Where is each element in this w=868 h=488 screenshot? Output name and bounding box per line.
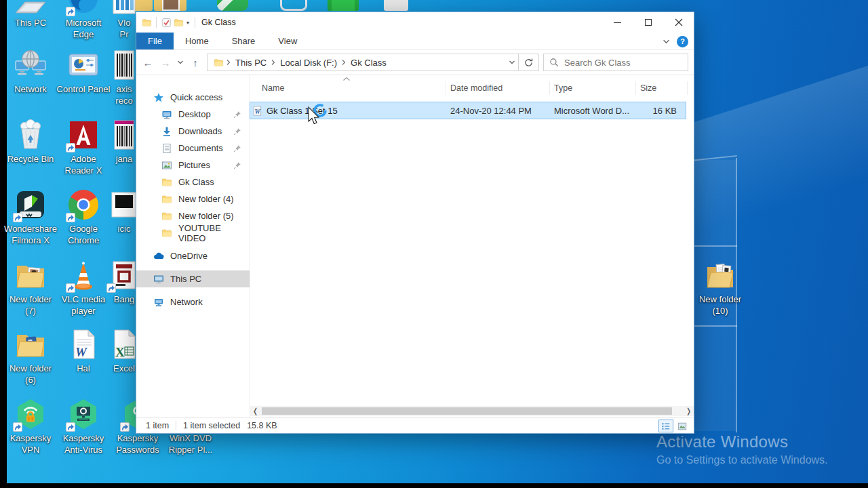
desktop-icon-label: AdobeReader X	[65, 153, 102, 176]
desktop-icon-label: icic	[118, 223, 131, 235]
ribbon-collapse-icon[interactable]	[663, 39, 670, 45]
breadcrumb-separator-icon	[341, 59, 347, 66]
close-button[interactable]	[663, 13, 694, 33]
navigation-pane: Quick accessDesktopDownloadsDocumentsPic…	[136, 75, 250, 418]
desktop-icon-label: KasperskyAnti-Virus	[63, 432, 104, 455]
breadcrumb-segment[interactable]: Local Disk (F:)	[277, 58, 340, 68]
divider	[156, 17, 157, 28]
forward-button[interactable]: →	[157, 54, 174, 71]
desktop-icon-recycle-bin[interactable]: Recycle Bin	[5, 119, 56, 165]
sidebar-item-new-folder-4-[interactable]: New folder (4)	[136, 190, 250, 207]
explorer-folder-icon	[140, 17, 153, 28]
minimize-button[interactable]	[602, 13, 633, 33]
desktop-icon-label: axisreco	[115, 83, 132, 106]
sidebar-item-onedrive[interactable]: OneDrive	[136, 247, 250, 264]
breadcrumb-segment[interactable]: This PC	[233, 58, 269, 68]
column-header-name[interactable]: Name	[250, 81, 446, 95]
scrollbar-thumb[interactable]	[262, 407, 672, 415]
shortcut-arrow-icon	[66, 283, 75, 293]
tab-share[interactable]: Share	[220, 33, 267, 49]
folder-docs-glyph	[704, 259, 736, 291]
back-button[interactable]: ←	[139, 54, 157, 71]
column-header-size[interactable]: Size	[636, 81, 688, 95]
desktop-icon-cut-folder-photo[interactable]	[154, 0, 186, 11]
sidebar-item-label: Desktop	[178, 109, 211, 119]
maximize-icon	[645, 19, 652, 26]
large-icons-view-button[interactable]	[675, 420, 690, 432]
folder-photo-glyph	[14, 259, 47, 291]
address-dropdown-icon[interactable]	[509, 60, 515, 65]
file-explorer-window: ▾ Gk Class FileHomeShareView ? ← → ↑ Thi…	[136, 12, 694, 434]
desktop-icon-cut-film[interactable]	[328, 0, 359, 11]
sidebar-item-label: Network	[170, 297, 203, 307]
scrollbar-track[interactable]	[260, 406, 684, 416]
word-doc-glyph	[67, 328, 100, 361]
desktop-icon-new-folder-6[interactable]: New folder(6)	[5, 328, 56, 386]
column-header-date-modified[interactable]: Date modified	[446, 81, 550, 95]
recent-locations-icon[interactable]	[174, 54, 186, 71]
file-row[interactable]: Gk Class 1 Set 1524-Nov-20 12:44 PMMicro…	[250, 102, 686, 119]
sidebar-item-pictures[interactable]: Pictures	[136, 157, 250, 174]
sidebar-item-label: YOUTUBE VIDEO	[178, 223, 250, 243]
item-count: 1 item	[146, 421, 169, 430]
details-view-button[interactable]	[658, 420, 673, 432]
new-folder-qat-icon[interactable]	[172, 17, 184, 28]
sidebar-item-this-pc[interactable]: This PC	[136, 270, 250, 287]
desktop-icon-label: New folder(6)	[9, 363, 52, 386]
horizontal-scrollbar[interactable]: ❬ ❭	[250, 406, 694, 416]
divider	[176, 421, 176, 430]
activation-watermark: Activate Windows Go to Settings to activ…	[656, 432, 828, 466]
file-date-modified: 24-Nov-20 12:44 PM	[446, 106, 550, 116]
desktop-icon-cut-wps[interactable]	[217, 0, 248, 11]
desktop-icon-new-folder-7[interactable]: New folder(7)	[5, 259, 56, 317]
address-bar[interactable]: This PCLocal Disk (F:)Gk Class	[207, 54, 519, 71]
qat-dropdown-icon[interactable]: ▾	[186, 20, 189, 26]
desktop-icon-new-folder-10[interactable]: New folder(10)	[694, 259, 746, 317]
sidebar-item-network[interactable]: Network	[136, 293, 250, 310]
breadcrumb-segment[interactable]: Gk Class	[348, 58, 389, 68]
maximize-button[interactable]	[633, 13, 663, 33]
shortcut-arrow-icon	[66, 143, 75, 152]
sidebar-item-youtube-video[interactable]: YOUTUBE VIDEO	[136, 224, 250, 241]
tab-home[interactable]: Home	[174, 33, 220, 49]
search-box[interactable]: Search Gk Class	[543, 54, 688, 71]
desktop-icon-cut-phone[interactable]	[280, 0, 307, 11]
shortcut-arrow-icon	[13, 422, 22, 432]
folder-icon	[161, 177, 172, 188]
sidebar-item-new-folder-5-[interactable]: New folder (5)	[136, 207, 250, 224]
column-header-type[interactable]: Type	[550, 81, 636, 95]
tab-file[interactable]: File	[136, 33, 174, 49]
downloads-icon	[161, 126, 172, 137]
word-document-icon	[252, 106, 262, 116]
selection-size: 15.8 KB	[247, 421, 277, 430]
help-icon[interactable]: ?	[677, 36, 688, 47]
desktop-icon-cut-colorful[interactable]	[384, 0, 408, 11]
refresh-button[interactable]	[519, 54, 539, 71]
sidebar-item-downloads[interactable]: Downloads	[136, 123, 250, 140]
desktop-icon-network[interactable]: Network	[5, 49, 56, 95]
desktop-icon-wondershare-filmora-x[interactable]: WondershareFilmora X	[5, 188, 56, 246]
desktop-icon-kaspersky-vpn[interactable]: KasperskyVPN	[5, 398, 56, 455]
scroll-left-icon[interactable]: ❬	[250, 406, 260, 416]
sidebar-item-label: This PC	[170, 274, 201, 284]
shortcut-arrow-icon	[66, 422, 75, 432]
cpanel-glyph	[67, 49, 100, 81]
shortcut-arrow-icon	[106, 283, 116, 293]
properties-qat-icon[interactable]	[160, 17, 172, 28]
sidebar-item-documents[interactable]: Documents	[136, 140, 250, 157]
desktop-icon-label: Network	[14, 83, 47, 95]
network-icon	[153, 297, 164, 308]
file-list-pane: Name Date modified Type Size Gk Class 1 …	[250, 75, 694, 418]
titlebar[interactable]: ▾ Gk Class	[136, 12, 694, 33]
file-rows: Gk Class 1 Set 1524-Nov-20 12:44 PMMicro…	[250, 97, 694, 119]
sidebar-item-gk-class[interactable]: Gk Class	[136, 174, 250, 190]
sidebar-item-quick-access[interactable]: Quick access	[136, 89, 250, 106]
desktop-icon-this-pc[interactable]: This PC	[5, 0, 56, 28]
desktop-icon-kaspersky-anti-virus[interactable]: KasperskyAnti-Virus	[58, 398, 109, 455]
scroll-right-icon[interactable]: ❭	[684, 406, 694, 416]
tab-view[interactable]: View	[267, 33, 309, 49]
minimize-icon	[614, 22, 621, 23]
up-button[interactable]: ↑	[186, 54, 204, 71]
star-icon	[153, 92, 164, 103]
sidebar-item-desktop[interactable]: Desktop	[136, 106, 250, 123]
